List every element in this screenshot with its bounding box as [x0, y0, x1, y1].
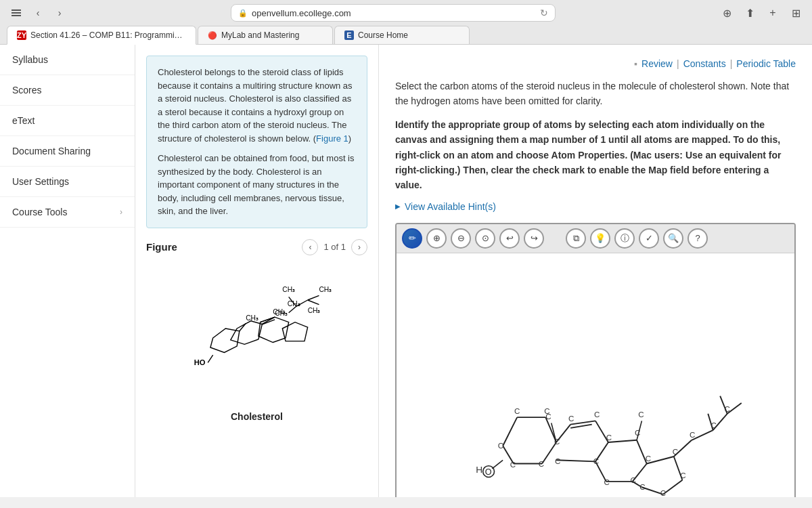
- redo-button[interactable]: ↪: [524, 228, 544, 249]
- sidebar: Syllabus Scores eText Document Sharing U…: [0, 45, 135, 497]
- grid-button[interactable]: ⊞: [786, 3, 805, 22]
- svg-text:C: C: [690, 430, 695, 438]
- search-button[interactable]: 🔍: [663, 228, 683, 249]
- right-panel: ▪ Review | Constants | Periodic Table Se…: [379, 45, 812, 497]
- svg-marker-13: [282, 322, 307, 341]
- svg-text:C: C: [680, 471, 685, 479]
- check-button[interactable]: ✓: [639, 228, 659, 249]
- browser-chrome: ‹ › 🔒 openvellum.ecollege.com ↻ ⊕ ⬆ + ⊞ …: [0, 0, 812, 45]
- svg-rect-0: [12, 9, 21, 11]
- viewer-toolbar: ✏ ⊕ ⊖ ⊙ ↩ ↪ ⧉ 💡 ⓘ ✓ 🔍 ?: [397, 224, 794, 253]
- tab-mylab[interactable]: 🔴 MyLab and Mastering: [198, 26, 333, 44]
- app-container: Syllabus Scores eText Document Sharing U…: [0, 45, 812, 497]
- bulb-button[interactable]: 💡: [590, 228, 610, 249]
- zoom-out-button[interactable]: ⊖: [451, 228, 471, 249]
- figure-prev-button[interactable]: ‹: [302, 239, 318, 255]
- svg-line-25: [503, 417, 517, 446]
- zoom-fit-button[interactable]: ⊙: [475, 228, 495, 249]
- hint-link[interactable]: ▶ View Available Hint(s): [395, 201, 796, 212]
- forward-button[interactable]: ›: [50, 3, 69, 22]
- reload-icon[interactable]: ↻: [540, 7, 548, 18]
- sidebar-item-etext[interactable]: eText: [0, 106, 135, 136]
- download-button[interactable]: ⊕: [717, 3, 736, 22]
- pencil-tool-button[interactable]: ✏: [402, 228, 422, 249]
- info-button[interactable]: ⓘ: [614, 228, 635, 249]
- review-link[interactable]: Review: [641, 58, 673, 69]
- tab-mylab-label: MyLab and Mastering: [221, 30, 299, 40]
- instructions-bold: Identify the appropriate group of atoms …: [395, 119, 782, 191]
- tab-zy[interactable]: ZY Section 41.26 – COMP B11: Programming…: [7, 26, 196, 45]
- add-tab-button[interactable]: +: [763, 3, 782, 22]
- svg-line-33: [570, 424, 592, 427]
- figure-1-link[interactable]: Figure 1: [316, 133, 348, 144]
- tab-course[interactable]: E Course Home: [334, 26, 470, 44]
- svg-text:C: C: [631, 476, 636, 484]
- svg-text:C: C: [510, 461, 516, 469]
- tab-zy-label: Section 41.26 – COMP B11: Programming Co…: [30, 30, 186, 40]
- sidebar-item-document-sharing[interactable]: Document Sharing: [0, 136, 135, 167]
- help-button[interactable]: ?: [687, 228, 708, 249]
- sidebar-item-user-settings[interactable]: User Settings: [0, 167, 135, 197]
- figure-next-button[interactable]: ›: [351, 239, 367, 255]
- left-panel: Cholesterol belongs to the steroid class…: [135, 45, 379, 497]
- nav-buttons: ‹ ›: [7, 3, 69, 22]
- back-button[interactable]: ‹: [28, 3, 47, 22]
- lock-icon: 🔒: [238, 9, 248, 18]
- figure-header: Figure ‹ 1 of 1 ›: [146, 239, 367, 255]
- svg-line-23: [239, 323, 245, 331]
- svg-text:CH₃: CH₃: [282, 285, 295, 293]
- svg-line-36: [556, 460, 595, 461]
- constants-link[interactable]: Constants: [683, 58, 726, 69]
- instructions-line-2: Identify the appropriate group of atoms …: [395, 117, 796, 193]
- svg-line-80: [492, 460, 503, 469]
- svg-text:C: C: [606, 433, 612, 442]
- figure-title: Figure: [146, 241, 177, 253]
- svg-text:C: C: [498, 442, 503, 450]
- viewer-canvas[interactable]: C C C C C C C C C C C C C C C: [397, 253, 794, 497]
- panel-links: ▪ Review | Constants | Periodic Table: [395, 58, 796, 69]
- svg-text:C: C: [604, 478, 610, 486]
- sidebar-etext-label: eText: [12, 115, 35, 126]
- instructions-line-1: Select the carbon atoms of the steroid n…: [395, 79, 796, 109]
- cholesterol-caption: Cholesterol: [231, 411, 283, 422]
- zy-favicon: ZY: [17, 30, 26, 40]
- undo-button[interactable]: ↩: [499, 228, 520, 249]
- copy-button[interactable]: ⧉: [566, 228, 586, 249]
- cholesterol-svg: CH₃ CH₃ CH₃ CH₃ CH₃: [162, 270, 352, 406]
- content-area: Cholesterol belongs to the steroid class…: [135, 45, 812, 497]
- svg-marker-15: [230, 320, 262, 344]
- sidebar-item-scores[interactable]: Scores: [0, 75, 135, 106]
- browser-toolbar: ‹ › 🔒 openvellum.ecollege.com ↻ ⊕ ⬆ + ⊞: [0, 0, 812, 26]
- svg-text:CH₃: CH₃: [275, 310, 288, 317]
- sidebar-toggle-button[interactable]: [7, 3, 26, 22]
- svg-line-22: [208, 355, 212, 362]
- browser-tabs: ZY Section 41.26 – COMP B11: Programming…: [0, 26, 812, 44]
- figure-section: Figure ‹ 1 of 1 › CH₃ CH₃ CH₃ CH₃: [146, 239, 367, 433]
- hint-triangle-icon: ▶: [395, 203, 401, 210]
- svg-text:C: C: [660, 489, 666, 497]
- svg-text:C: C: [639, 483, 645, 491]
- sidebar-item-syllabus[interactable]: Syllabus: [0, 45, 135, 75]
- sidebar-scores-label: Scores: [12, 85, 42, 96]
- svg-text:C: C: [725, 404, 730, 412]
- svg-text:C: C: [514, 407, 520, 415]
- svg-text:HO: HO: [194, 358, 205, 366]
- separator-3: |: [730, 58, 733, 69]
- address-text: openvellum.ecollege.com: [252, 8, 351, 18]
- svg-text:C: C: [673, 448, 678, 456]
- sidebar-course-tools-label: Course Tools: [12, 207, 67, 217]
- cholesterol-diagram: CH₃ CH₃ CH₃ CH₃ CH₃: [146, 263, 367, 433]
- sidebar-item-course-tools[interactable]: Course Tools ›: [0, 197, 135, 228]
- share-button[interactable]: ⬆: [740, 3, 759, 22]
- periodic-table-link[interactable]: Periodic Table: [736, 58, 796, 69]
- hint-label: View Available Hint(s): [405, 201, 496, 212]
- molecule-canvas-svg: C C C C C C C C C C C C C C C: [397, 253, 794, 497]
- separator-2: |: [677, 58, 679, 69]
- info-paragraph-2: Cholesterol can be obtained from food, b…: [158, 152, 356, 218]
- course-favicon: E: [344, 30, 354, 40]
- svg-text:C: C: [711, 421, 717, 429]
- tab-course-label: Course Home: [358, 30, 408, 40]
- svg-line-10: [307, 295, 319, 300]
- zoom-in-button[interactable]: ⊕: [426, 228, 447, 249]
- address-bar[interactable]: 🔒 openvellum.ecollege.com ↻: [231, 4, 556, 22]
